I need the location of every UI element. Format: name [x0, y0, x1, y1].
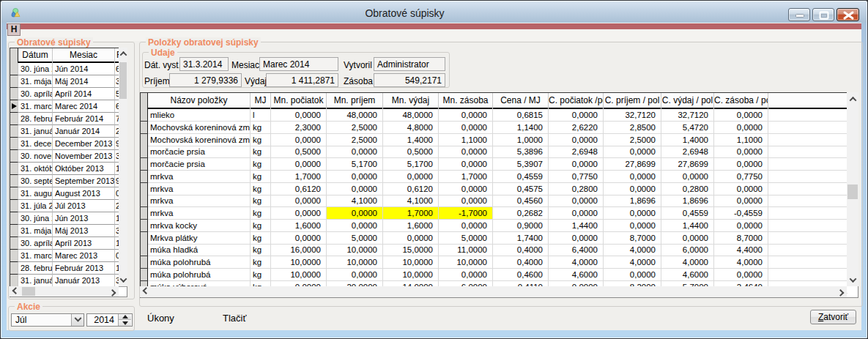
table-row[interactable]: 31. decembra 2013December 20139: [10, 138, 127, 150]
table-cell[interactable]: Apríl 2013: [53, 237, 115, 250]
table-row[interactable]: 30. apríla 2014Apríl 20145: [10, 88, 127, 100]
table-cell[interactable]: mrkva: [148, 183, 251, 195]
table-cell[interactable]: Marec 2013: [53, 250, 115, 262]
table-cell[interactable]: 0,0000: [439, 195, 493, 207]
table-cell[interactable]: 0,0000: [604, 171, 661, 183]
table-row[interactable]: mrkvakg0,61200,00000,61200,00000,45750,2…: [141, 183, 858, 195]
table-cell[interactable]: 0,6815: [493, 109, 549, 122]
table-cell[interactable]: Január 2014: [53, 125, 115, 138]
dat-vyst-field[interactable]: 31.3.2014: [179, 57, 229, 71]
table-cell[interactable]: 0,0000: [661, 171, 714, 183]
table-cell[interactable]: 2,5000: [604, 134, 661, 146]
table-row[interactable]: 28. februára 2014Február 20147: [10, 113, 127, 125]
table-cell[interactable]: 5,3907: [493, 158, 549, 171]
table-cell[interactable]: múka polohrubá: [148, 269, 251, 281]
table-cell[interactable]: 30. júna 2014: [18, 63, 53, 75]
column-header[interactable]: Mn. počiatok: [271, 93, 327, 109]
close-button[interactable]: [837, 8, 859, 21]
table-row[interactable]: mrkva kockykg1,60000,00001,60000,00000,9…: [141, 220, 858, 232]
items-table[interactable]: Názov položkyMJMn. počiatokMn. príjemMn.…: [140, 92, 858, 298]
table-cell[interactable]: 0,0000: [327, 269, 383, 281]
table-cell[interactable]: 0,7750: [549, 171, 604, 183]
table-cell[interactable]: 1,8696: [604, 195, 661, 207]
table-row[interactable]: 28. februára 2013Február 20131: [10, 262, 127, 275]
table-cell[interactable]: 5,1700: [327, 158, 383, 171]
summaries-horizontal-scrollbar[interactable]: [10, 286, 119, 297]
table-cell[interactable]: 2,6948: [661, 146, 714, 158]
table-cell[interactable]: -1,7000: [439, 207, 493, 220]
table-cell[interactable]: 5,0000: [439, 232, 493, 245]
table-row[interactable]: morčacie prsiakg0,00005,17005,17000,0000…: [141, 158, 858, 171]
column-header[interactable]: Mn. zásoba: [439, 93, 493, 109]
h-button[interactable]: H: [7, 23, 21, 36]
table-cell[interactable]: December 2013: [53, 138, 115, 150]
table-cell[interactable]: 32,7120: [661, 109, 714, 122]
table-cell[interactable]: 48,0000: [383, 109, 439, 122]
table-cell[interactable]: 31. januára 2014: [18, 125, 53, 138]
table-row[interactable]: Mrkva plátkykg0,00005,00000,00005,00001,…: [141, 232, 858, 245]
scroll-up-arrow[interactable]: [847, 92, 858, 105]
month-combobox[interactable]: Júl: [11, 313, 84, 327]
table-cell[interactable]: kg: [251, 183, 271, 195]
table-cell[interactable]: 10,0000: [439, 256, 493, 269]
table-cell[interactable]: 0,4000: [493, 244, 549, 256]
table-cell[interactable]: Máj 2013: [53, 225, 115, 237]
table-cell[interactable]: 0,0000: [439, 220, 493, 232]
table-row[interactable]: 31. mája 2014Máj 20143: [10, 75, 127, 88]
scroll-left-arrow[interactable]: [10, 286, 22, 297]
table-cell[interactable]: 31. januára 2013: [18, 275, 53, 287]
table-cell[interactable]: 0,7750: [714, 171, 768, 183]
column-header[interactable]: C. počiatok /pol: [549, 93, 604, 109]
table-cell[interactable]: 8,7000: [604, 232, 661, 245]
table-cell[interactable]: 1,7400: [493, 232, 549, 245]
table-cell[interactable]: 10,0000: [271, 256, 327, 269]
table-cell[interactable]: 6,4000: [549, 244, 604, 256]
table-cell[interactable]: 31. mája 2013: [18, 225, 53, 237]
table-cell[interactable]: 0,0000: [439, 158, 493, 171]
table-cell[interactable]: 0,2800: [661, 183, 714, 195]
minimize-button[interactable]: [788, 8, 810, 21]
table-cell[interactable]: mrkva: [148, 171, 251, 183]
table-cell[interactable]: 0,0000: [439, 183, 493, 195]
zatvorit-button[interactable]: Zatvoriť: [810, 310, 856, 324]
table-cell[interactable]: 0,4600: [493, 269, 549, 281]
table-row[interactable]: 31. mája 2013Máj 20133: [10, 225, 127, 237]
table-cell[interactable]: 10,0000: [327, 244, 383, 256]
table-cell[interactable]: Jún 2014: [53, 63, 115, 75]
table-cell[interactable]: 0,9000: [493, 220, 549, 232]
column-header[interactable]: C. príjem / pol: [604, 93, 661, 109]
table-cell[interactable]: Mochovská koreninová zmes: [148, 134, 251, 146]
table-cell[interactable]: 0,0000: [327, 207, 383, 220]
table-cell[interactable]: 0,5000: [383, 146, 439, 158]
table-cell[interactable]: Mrkva plátky: [148, 232, 251, 245]
table-cell[interactable]: 2,5000: [327, 122, 383, 134]
column-header[interactable]: Mesiac: [53, 48, 115, 63]
table-cell[interactable]: kg: [251, 256, 271, 269]
table-cell[interactable]: 10,0000: [271, 269, 327, 281]
table-cell[interactable]: Apríl 2014: [53, 88, 115, 100]
table-cell[interactable]: 0,2800: [549, 183, 604, 195]
table-cell[interactable]: 1,6000: [271, 220, 327, 232]
table-row[interactable]: 30. apríla 2013Apríl 20131: [10, 237, 127, 250]
table-cell[interactable]: 1,4000: [383, 134, 439, 146]
table-cell[interactable]: 30. apríla 2014: [18, 88, 53, 100]
table-cell[interactable]: 0,4559: [493, 171, 549, 183]
table-cell[interactable]: 4,0000: [661, 256, 714, 269]
table-cell[interactable]: 30. júna 2013: [18, 212, 53, 225]
table-cell[interactable]: 27,8699: [661, 158, 714, 171]
table-row[interactable]: 31. januára 2013Január 20133: [10, 275, 127, 287]
maximize-button[interactable]: [812, 8, 834, 21]
table-cell[interactable]: 0,0000: [383, 171, 439, 183]
ukony-label[interactable]: Úkony: [147, 313, 174, 324]
scroll-left-arrow[interactable]: [140, 286, 152, 297]
table-row[interactable]: 31. októbra 2013Október 20131: [10, 163, 127, 175]
table-cell[interactable]: 2,8500: [604, 122, 661, 134]
table-cell[interactable]: mrkva: [148, 207, 251, 220]
table-cell[interactable]: 4,0000: [549, 256, 604, 269]
column-header[interactable]: C. výdaj / pol: [661, 93, 714, 109]
table-cell[interactable]: 1,8696: [661, 195, 714, 207]
table-cell[interactable]: Máj 2014: [53, 75, 115, 88]
scrollbar-thumb[interactable]: [847, 185, 858, 199]
table-cell[interactable]: 1,4000: [661, 134, 714, 146]
table-cell[interactable]: 0,0000: [549, 134, 604, 146]
